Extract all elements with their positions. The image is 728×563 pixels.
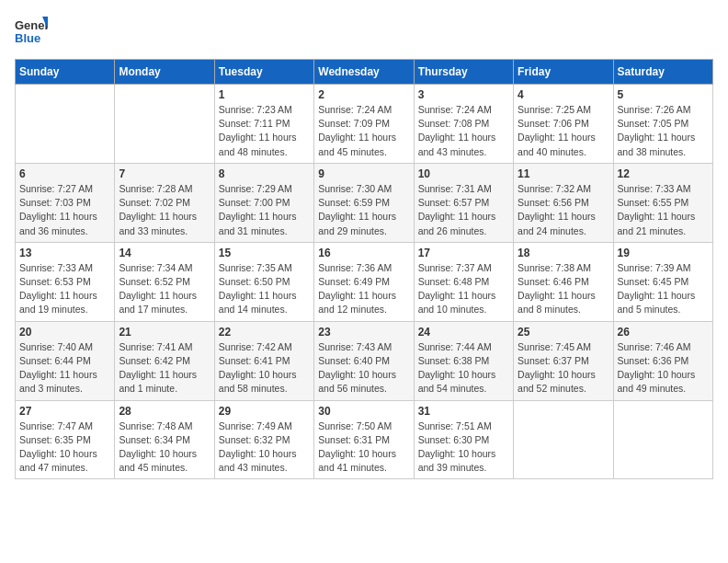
- day-number: 21: [119, 326, 210, 339]
- calendar-cell: 20Sunrise: 7:40 AM Sunset: 6:44 PM Dayli…: [16, 321, 115, 400]
- calendar-cell: 4Sunrise: 7:25 AM Sunset: 7:06 PM Daylig…: [514, 85, 613, 164]
- day-info: Sunrise: 7:29 AM Sunset: 7:00 PM Dayligh…: [219, 182, 310, 238]
- day-number: 22: [219, 326, 310, 339]
- day-info: Sunrise: 7:33 AM Sunset: 6:55 PM Dayligh…: [618, 182, 709, 238]
- day-info: Sunrise: 7:28 AM Sunset: 7:02 PM Dayligh…: [119, 182, 210, 238]
- day-number: 19: [618, 247, 709, 259]
- day-info: Sunrise: 7:32 AM Sunset: 6:56 PM Dayligh…: [518, 182, 609, 238]
- calendar-cell: 30Sunrise: 7:50 AM Sunset: 6:31 PM Dayli…: [314, 400, 414, 479]
- calendar-cell: 26Sunrise: 7:46 AM Sunset: 6:36 PM Dayli…: [613, 321, 712, 400]
- day-info: Sunrise: 7:38 AM Sunset: 6:46 PM Dayligh…: [518, 261, 609, 317]
- day-number: 1: [219, 88, 310, 101]
- day-number: 24: [418, 326, 509, 339]
- day-number: 3: [418, 88, 509, 101]
- day-info: Sunrise: 7:50 AM Sunset: 6:31 PM Dayligh…: [318, 419, 409, 476]
- calendar-cell: 28Sunrise: 7:48 AM Sunset: 6:34 PM Dayli…: [115, 400, 214, 479]
- day-number: 15: [219, 247, 310, 259]
- day-number: 18: [518, 247, 609, 259]
- calendar-cell: 25Sunrise: 7:45 AM Sunset: 6:37 PM Dayli…: [514, 321, 613, 400]
- day-number: 17: [418, 247, 509, 259]
- day-info: Sunrise: 7:24 AM Sunset: 7:08 PM Dayligh…: [418, 103, 509, 159]
- day-number: 8: [219, 167, 310, 180]
- day-number: 5: [618, 88, 709, 101]
- day-number: 23: [318, 326, 409, 339]
- day-info: Sunrise: 7:42 AM Sunset: 6:41 PM Dayligh…: [219, 340, 310, 396]
- calendar-cell: 8Sunrise: 7:29 AM Sunset: 7:00 PM Daylig…: [214, 163, 313, 242]
- day-number: 30: [318, 405, 409, 418]
- day-of-week-header: Friday: [514, 60, 613, 85]
- day-number: 10: [418, 167, 509, 180]
- day-info: Sunrise: 7:45 AM Sunset: 6:37 PM Dayligh…: [518, 340, 609, 396]
- day-info: Sunrise: 7:31 AM Sunset: 6:57 PM Dayligh…: [418, 182, 509, 238]
- day-info: Sunrise: 7:35 AM Sunset: 6:50 PM Dayligh…: [219, 261, 310, 317]
- day-number: 26: [618, 326, 709, 339]
- day-number: 11: [518, 167, 609, 180]
- day-info: Sunrise: 7:41 AM Sunset: 6:42 PM Dayligh…: [119, 340, 210, 396]
- svg-text:General: General: [15, 18, 48, 32]
- day-info: Sunrise: 7:33 AM Sunset: 6:53 PM Dayligh…: [19, 261, 110, 317]
- calendar-cell: 18Sunrise: 7:38 AM Sunset: 6:46 PM Dayli…: [514, 242, 613, 321]
- calendar-cell: 22Sunrise: 7:42 AM Sunset: 6:41 PM Dayli…: [214, 321, 313, 400]
- calendar-cell: 3Sunrise: 7:24 AM Sunset: 7:08 PM Daylig…: [414, 85, 513, 164]
- calendar-cell: 17Sunrise: 7:37 AM Sunset: 6:48 PM Dayli…: [414, 242, 513, 321]
- day-number: 13: [19, 247, 110, 259]
- calendar-cell: 12Sunrise: 7:33 AM Sunset: 6:55 PM Dayli…: [613, 163, 712, 242]
- logo-svg: General Blue: [15, 15, 48, 48]
- calendar-cell: 24Sunrise: 7:44 AM Sunset: 6:38 PM Dayli…: [414, 321, 513, 400]
- day-number: 16: [318, 247, 409, 259]
- calendar-cell: 11Sunrise: 7:32 AM Sunset: 6:56 PM Dayli…: [514, 163, 613, 242]
- calendar-cell: 14Sunrise: 7:34 AM Sunset: 6:52 PM Dayli…: [115, 242, 214, 321]
- day-number: 9: [318, 167, 409, 180]
- day-of-week-header: Wednesday: [314, 60, 414, 85]
- calendar-cell: 10Sunrise: 7:31 AM Sunset: 6:57 PM Dayli…: [414, 163, 513, 242]
- calendar-cell: [115, 85, 214, 164]
- day-info: Sunrise: 7:34 AM Sunset: 6:52 PM Dayligh…: [119, 261, 210, 317]
- day-number: 7: [119, 167, 210, 180]
- day-info: Sunrise: 7:27 AM Sunset: 7:03 PM Dayligh…: [19, 182, 110, 238]
- day-info: Sunrise: 7:49 AM Sunset: 6:32 PM Dayligh…: [219, 419, 310, 476]
- calendar-cell: 13Sunrise: 7:33 AM Sunset: 6:53 PM Dayli…: [16, 242, 115, 321]
- day-info: Sunrise: 7:51 AM Sunset: 6:30 PM Dayligh…: [418, 419, 509, 476]
- day-number: 29: [219, 405, 310, 418]
- day-of-week-header: Saturday: [613, 60, 712, 85]
- calendar-header-row: SundayMondayTuesdayWednesdayThursdayFrid…: [16, 60, 713, 85]
- day-info: Sunrise: 7:37 AM Sunset: 6:48 PM Dayligh…: [418, 261, 509, 317]
- day-number: 25: [518, 326, 609, 339]
- calendar-cell: 21Sunrise: 7:41 AM Sunset: 6:42 PM Dayli…: [115, 321, 214, 400]
- day-of-week-header: Thursday: [414, 60, 513, 85]
- day-info: Sunrise: 7:44 AM Sunset: 6:38 PM Dayligh…: [418, 340, 509, 396]
- calendar-cell: 16Sunrise: 7:36 AM Sunset: 6:49 PM Dayli…: [314, 242, 414, 321]
- calendar-cell: 27Sunrise: 7:47 AM Sunset: 6:35 PM Dayli…: [16, 400, 115, 479]
- calendar-cell: 29Sunrise: 7:49 AM Sunset: 6:32 PM Dayli…: [214, 400, 313, 479]
- day-number: 14: [119, 247, 210, 259]
- day-info: Sunrise: 7:26 AM Sunset: 7:05 PM Dayligh…: [618, 103, 709, 159]
- calendar-cell: 6Sunrise: 7:27 AM Sunset: 7:03 PM Daylig…: [16, 163, 115, 242]
- day-number: 27: [19, 405, 110, 418]
- day-number: 12: [618, 167, 709, 180]
- day-info: Sunrise: 7:46 AM Sunset: 6:36 PM Dayligh…: [618, 340, 709, 396]
- day-info: Sunrise: 7:39 AM Sunset: 6:45 PM Dayligh…: [618, 261, 709, 317]
- day-number: 20: [19, 326, 110, 339]
- calendar-cell: 19Sunrise: 7:39 AM Sunset: 6:45 PM Dayli…: [613, 242, 712, 321]
- day-info: Sunrise: 7:43 AM Sunset: 6:40 PM Dayligh…: [318, 340, 409, 396]
- calendar-cell: 2Sunrise: 7:24 AM Sunset: 7:09 PM Daylig…: [314, 85, 414, 164]
- day-number: 6: [19, 167, 110, 180]
- calendar-cell: 5Sunrise: 7:26 AM Sunset: 7:05 PM Daylig…: [613, 85, 712, 164]
- day-info: Sunrise: 7:24 AM Sunset: 7:09 PM Dayligh…: [318, 103, 409, 159]
- day-info: Sunrise: 7:23 AM Sunset: 7:11 PM Dayligh…: [219, 103, 310, 159]
- calendar-cell: 23Sunrise: 7:43 AM Sunset: 6:40 PM Dayli…: [314, 321, 414, 400]
- day-number: 31: [418, 405, 509, 418]
- day-info: Sunrise: 7:25 AM Sunset: 7:06 PM Dayligh…: [518, 103, 609, 159]
- day-info: Sunrise: 7:40 AM Sunset: 6:44 PM Dayligh…: [19, 340, 110, 396]
- day-number: 4: [518, 88, 609, 101]
- calendar-week-row: 27Sunrise: 7:47 AM Sunset: 6:35 PM Dayli…: [16, 400, 713, 479]
- logo: General Blue: [15, 15, 48, 48]
- day-info: Sunrise: 7:48 AM Sunset: 6:34 PM Dayligh…: [119, 419, 210, 476]
- calendar: SundayMondayTuesdayWednesdayThursdayFrid…: [15, 59, 713, 479]
- day-number: 28: [119, 405, 210, 418]
- calendar-cell: 1Sunrise: 7:23 AM Sunset: 7:11 PM Daylig…: [214, 85, 313, 164]
- calendar-cell: 15Sunrise: 7:35 AM Sunset: 6:50 PM Dayli…: [214, 242, 313, 321]
- calendar-week-row: 1Sunrise: 7:23 AM Sunset: 7:11 PM Daylig…: [16, 85, 713, 164]
- calendar-week-row: 6Sunrise: 7:27 AM Sunset: 7:03 PM Daylig…: [16, 163, 713, 242]
- day-of-week-header: Sunday: [16, 60, 115, 85]
